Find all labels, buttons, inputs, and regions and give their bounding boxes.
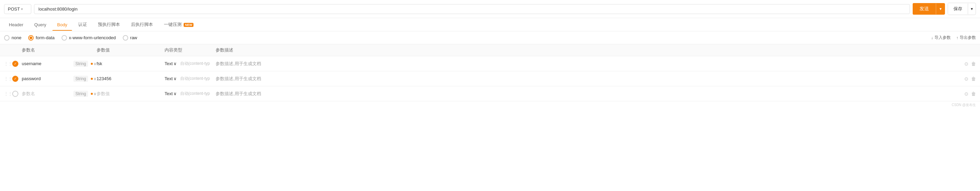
content-type-col-row2: Text ∨ 自动(content-typ xyxy=(165,76,216,82)
send-button-group: 发送 ▾ xyxy=(913,3,945,14)
type-dropdown-row1[interactable]: ∨ xyxy=(91,61,97,66)
save-dropdown-button[interactable]: ▾ xyxy=(968,4,975,14)
desc-col-row2[interactable]: 参数描述,用于生成文档 xyxy=(216,76,956,82)
value-col-row2[interactable]: 123456 xyxy=(97,76,165,81)
tab-stress[interactable]: 一键压测 NEW xyxy=(159,18,199,31)
content-type-label-row1: Text xyxy=(165,61,173,66)
table-row: ⋮⋮ ✓ password String ∨ 123456 Text ∨ 自动(… xyxy=(0,71,980,86)
checkbox-row3 xyxy=(12,91,18,97)
checkbox-row2: ✓ xyxy=(12,76,18,82)
value-col-row1[interactable]: fsk xyxy=(97,61,165,66)
name-col-row1: username String ∨ xyxy=(22,61,97,67)
radio-raw[interactable]: raw xyxy=(123,35,137,40)
url-input-wrapper xyxy=(34,4,910,14)
type-badge-row2: String xyxy=(73,76,88,82)
type-badge-row3: String xyxy=(73,91,88,97)
radio-form-data-inner xyxy=(30,37,32,39)
tab-pre-script[interactable]: 预执行脚本 xyxy=(93,18,125,31)
radio-none-circle xyxy=(4,35,10,40)
param-name-row2[interactable]: password xyxy=(22,76,71,81)
check-col-row3[interactable] xyxy=(12,91,22,97)
actions-col-row2: ⊙ 🗑 xyxy=(956,76,976,82)
tab-query[interactable]: Query xyxy=(30,19,51,31)
auto-desc-row3: 自动(content-typ xyxy=(180,91,210,96)
desc-col-row1[interactable]: 参数描述,用于生成文档 xyxy=(216,61,956,67)
col-name-header: 参数名 xyxy=(22,47,97,53)
method-select[interactable]: POST ▾ xyxy=(4,4,31,14)
copy-icon-row2[interactable]: ⊙ xyxy=(964,76,969,82)
param-name-row3[interactable]: 参数名 xyxy=(22,91,71,97)
content-type-dropdown-icon-row2[interactable]: ∨ xyxy=(173,76,177,81)
radio-urlencoded[interactable]: x-www-form-urlencoded xyxy=(62,35,116,40)
table-row: ⋮⋮ 参数名 String ∨ 参数值 Text ∨ 自动(content-ty… xyxy=(0,86,980,101)
radio-none[interactable]: none xyxy=(4,35,21,40)
check-col-row2[interactable]: ✓ xyxy=(12,76,22,82)
import-arrow-icon: ↓ xyxy=(931,35,933,40)
chevron-down-icon-row2: ∨ xyxy=(94,76,97,81)
watermark: CSDN @发布生 xyxy=(0,101,980,109)
check-col-row1[interactable]: ✓ xyxy=(12,61,22,67)
save-button-group: 保存 ▾ xyxy=(948,3,976,15)
actions-col-row3: ⊙ 🗑 xyxy=(956,91,976,96)
table-row: ⋮⋮ ✓ username String ∨ fsk Text ∨ 自动(con… xyxy=(0,56,980,71)
drag-handle-row2[interactable]: ⋮⋮ xyxy=(4,76,12,81)
type-dropdown-row3[interactable]: ∨ xyxy=(91,91,97,96)
drag-handle-row1[interactable]: ⋮⋮ xyxy=(4,61,12,66)
tab-body[interactable]: Body xyxy=(52,19,72,31)
required-dot-row2 xyxy=(91,78,93,80)
radio-urlencoded-circle xyxy=(62,35,67,40)
save-button[interactable]: 保存 xyxy=(948,3,968,14)
param-name-row1[interactable]: username xyxy=(22,61,71,66)
radio-form-data-circle xyxy=(28,35,33,40)
method-label: POST xyxy=(8,6,20,11)
drag-handle-row3[interactable]: ⋮⋮ xyxy=(4,91,12,96)
chevron-down-icon-row3: ∨ xyxy=(94,91,97,96)
export-params-button[interactable]: ↑ 导出参数 xyxy=(956,35,976,40)
content-type-label-row2: Text xyxy=(165,76,173,81)
delete-icon-row3[interactable]: 🗑 xyxy=(971,91,976,96)
import-export-group: ↓ 导入参数 ↑ 导出参数 xyxy=(931,35,976,40)
send-dropdown-button[interactable]: ▾ xyxy=(936,4,945,14)
name-col-row3: 参数名 String ∨ xyxy=(22,91,97,97)
content-type-label-row3: Text xyxy=(165,91,173,96)
tab-bar: Header Query Body 认证 预执行脚本 后执行脚本 一键压测 NE… xyxy=(0,18,980,31)
new-badge: NEW xyxy=(184,23,194,27)
table-header: 参数名 参数值 内容类型 参数描述 xyxy=(0,44,980,56)
copy-icon-row1[interactable]: ⊙ xyxy=(964,61,969,66)
content-type-col-row1: Text ∨ 自动(content-typ xyxy=(165,61,216,66)
export-arrow-icon: ↑ xyxy=(956,35,958,40)
top-bar: POST ▾ 发送 ▾ 保存 ▾ xyxy=(0,0,980,18)
content-type-dropdown-icon-row3[interactable]: ∨ xyxy=(173,91,177,96)
required-dot-row3 xyxy=(91,93,93,95)
desc-col-row3[interactable]: 参数描述,用于生成文档 xyxy=(216,91,956,97)
url-input[interactable] xyxy=(38,6,905,11)
col-type-header: 内容类型 xyxy=(165,47,216,53)
tab-auth[interactable]: 认证 xyxy=(73,18,92,31)
auto-desc-row1: 自动(content-typ xyxy=(180,61,210,66)
send-button[interactable]: 发送 xyxy=(913,3,936,14)
actions-col-row1: ⊙ 🗑 xyxy=(956,61,976,66)
radio-raw-circle xyxy=(123,35,128,40)
chevron-down-icon-row1: ∨ xyxy=(94,61,97,66)
value-placeholder-row3: 参数值 xyxy=(97,91,110,96)
tab-post-script[interactable]: 后执行脚本 xyxy=(126,18,158,31)
col-desc-header: 参数描述 xyxy=(216,47,956,53)
auto-desc-row2: 自动(content-typ xyxy=(180,76,210,82)
delete-icon-row1[interactable]: 🗑 xyxy=(971,61,976,66)
required-dot-row1 xyxy=(91,63,93,65)
col-value-header: 参数值 xyxy=(97,47,165,53)
import-params-button[interactable]: ↓ 导入参数 xyxy=(931,35,951,40)
copy-icon-row3[interactable]: ⊙ xyxy=(964,91,969,96)
method-chevron-icon: ▾ xyxy=(21,7,23,11)
delete-icon-row2[interactable]: 🗑 xyxy=(971,76,976,82)
value-col-row3[interactable]: 参数值 xyxy=(97,91,165,97)
body-options-bar: none form-data x-www-form-urlencoded raw… xyxy=(0,31,980,44)
type-dropdown-row2[interactable]: ∨ xyxy=(91,76,97,81)
content-type-col-row3: Text ∨ 自动(content-typ xyxy=(165,91,216,96)
radio-form-data[interactable]: form-data xyxy=(28,35,55,40)
content-type-dropdown-icon-row1[interactable]: ∨ xyxy=(173,61,177,66)
tab-header[interactable]: Header xyxy=(4,19,28,31)
name-col-row2: password String ∨ xyxy=(22,76,97,82)
checkbox-row1: ✓ xyxy=(12,61,18,67)
type-badge-row1: String xyxy=(73,61,88,67)
